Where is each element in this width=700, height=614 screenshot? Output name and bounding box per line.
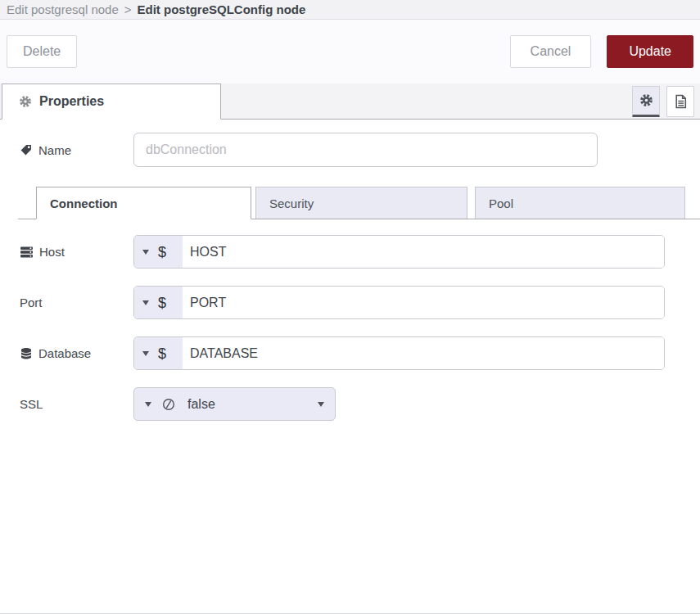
tab-security[interactable]: Security (255, 187, 467, 219)
port-input[interactable] (183, 287, 664, 318)
ssl-label: SSL (20, 397, 133, 411)
field-row-database: Database $ (20, 336, 700, 370)
tab-connection-label: Connection (50, 196, 118, 210)
section-tabs: Connection Security Pool (18, 187, 700, 219)
field-row-name: Name (20, 133, 700, 167)
tag-icon (20, 143, 33, 156)
chevron-down-icon (145, 402, 151, 407)
node-properties-form: Name Connection Security Pool (0, 120, 700, 613)
document-icon (674, 94, 688, 109)
host-typed-input: $ (133, 235, 665, 269)
database-typed-input: $ (133, 336, 665, 370)
breadcrumb-current: Edit postgreSQLConfig node (138, 2, 306, 16)
cancel-button[interactable]: Cancel (510, 35, 592, 68)
database-input[interactable] (183, 337, 664, 369)
name-label: Name (20, 143, 133, 157)
bool-type-icon (162, 398, 175, 411)
host-label-text: Host (39, 245, 65, 259)
field-row-host: Host $ (20, 235, 700, 269)
editor-tab-toolbar (632, 84, 700, 119)
chevron-down-icon (142, 351, 149, 356)
database-type-button[interactable]: $ (134, 337, 183, 369)
tab-properties[interactable]: Properties (2, 84, 221, 120)
port-type-button[interactable]: $ (134, 287, 183, 318)
database-label: Database (20, 346, 133, 360)
gear-icon (639, 93, 653, 107)
database-label-text: Database (38, 346, 91, 360)
port-label: Port (20, 296, 133, 309)
host-input[interactable] (183, 236, 664, 268)
port-typed-input: $ (133, 286, 665, 319)
show-description-button[interactable] (666, 86, 694, 117)
breadcrumb: Edit postgresql node > Edit postgreSQLCo… (0, 0, 700, 20)
ssl-label-text: SSL (20, 397, 43, 411)
tab-properties-label: Properties (39, 94, 104, 109)
delete-button[interactable]: Delete (7, 35, 77, 68)
server-icon (20, 246, 34, 259)
field-row-ssl: SSL false (20, 387, 700, 421)
breadcrumb-parent[interactable]: Edit postgresql node (7, 2, 119, 16)
chevron-down-icon (142, 250, 149, 255)
port-label-text: Port (20, 296, 43, 309)
name-label-text: Name (38, 143, 71, 157)
ssl-dropdown[interactable]: false (133, 387, 336, 421)
ssl-value: false (187, 397, 215, 412)
chevron-down-icon (318, 402, 324, 407)
breadcrumb-separator: > (124, 2, 132, 16)
host-label: Host (20, 245, 133, 259)
show-properties-button[interactable] (632, 86, 660, 117)
chevron-down-icon (142, 300, 149, 305)
update-button[interactable]: Update (607, 35, 693, 68)
edit-node-dialog: Edit postgresql node > Edit postgreSQLCo… (0, 0, 700, 614)
tab-connection[interactable]: Connection (36, 187, 251, 219)
tab-pool[interactable]: Pool (475, 187, 685, 219)
editor-tab-band: Properties (0, 84, 700, 120)
field-row-port: Port $ (20, 286, 700, 319)
database-icon (20, 347, 33, 360)
host-type-button[interactable]: $ (134, 236, 183, 268)
dialog-toolbar: Delete Cancel Update (0, 20, 700, 84)
env-var-type-symbol: $ (158, 296, 166, 310)
tab-security-label: Security (269, 196, 314, 210)
gear-icon (19, 95, 32, 108)
name-input[interactable] (133, 133, 598, 167)
env-var-type-symbol: $ (158, 245, 166, 260)
env-var-type-symbol: $ (158, 346, 166, 361)
tab-pool-label: Pool (489, 196, 513, 210)
